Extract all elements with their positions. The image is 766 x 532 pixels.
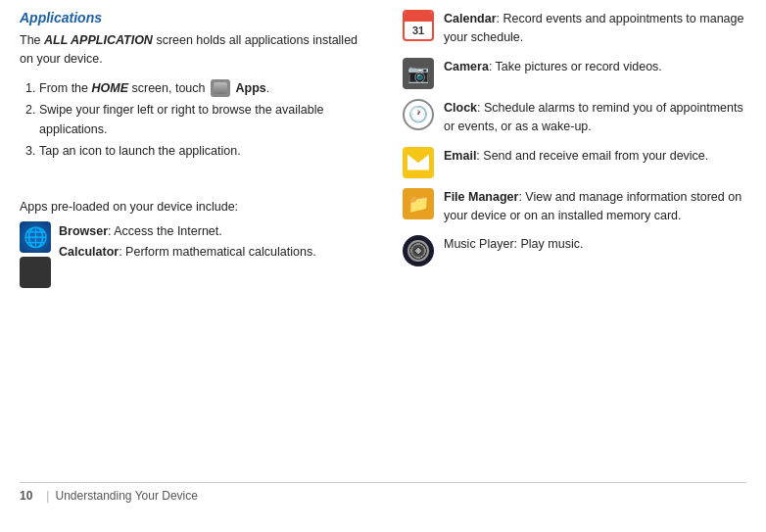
clock-row: 🕐 Clock: Schedule alarms to remind you o… xyxy=(403,99,746,137)
right-column: 31 Calendar: Record events and appointme… xyxy=(393,10,746,482)
footer-separator: | xyxy=(46,489,49,503)
browser-icon xyxy=(20,221,51,253)
intro-text: The ALL APPLICATION screen holds all app… xyxy=(20,31,363,69)
browser-name: Browser xyxy=(59,224,108,238)
all-applications-italic: ALL APPLICATION xyxy=(44,33,153,47)
step-2: Swipe your finger left or right to brows… xyxy=(39,100,363,139)
home-icon xyxy=(211,79,230,97)
clock-text: Clock: Schedule alarms to remind you of … xyxy=(444,99,746,137)
clock-icon: 🕐 xyxy=(403,99,434,130)
email-row: Email: Send and receive email from your … xyxy=(403,147,746,178)
left-icons xyxy=(20,221,51,288)
email-icon xyxy=(403,147,434,178)
calculator-name: Calculator xyxy=(59,245,119,259)
calculator-icon xyxy=(20,257,51,288)
footer-label: Understanding Your Device xyxy=(55,489,197,503)
left-app-texts: Browser: Access the Internet. Calculator… xyxy=(59,221,316,264)
steps-list: From the HOME screen, touch Apps. Swipe … xyxy=(20,78,363,161)
filemanager-row: 📁 File Manager: View and manage informat… xyxy=(403,188,746,226)
camera-row: 📷 Camera: Take pictures or record videos… xyxy=(403,58,746,89)
calendar-name: Calendar xyxy=(444,12,497,25)
left-app-group: Browser: Access the Internet. Calculator… xyxy=(20,221,363,288)
step-1: From the HOME screen, touch Apps. xyxy=(39,78,363,98)
music-row: Music Player: Play music. xyxy=(403,235,746,266)
calendar-text: Calendar: Record events and appointments… xyxy=(444,10,746,48)
camera-text: Camera: Take pictures or record videos. xyxy=(444,58,746,76)
email-text: Email: Send and receive email from your … xyxy=(444,147,746,166)
footer: 10 | Understanding Your Device xyxy=(20,482,746,503)
calculator-text: Calculator: Perform mathematical calcula… xyxy=(59,242,316,263)
home-italic: HOME xyxy=(92,81,129,95)
step-3: Tap an icon to launch the application. xyxy=(39,141,363,161)
clock-name: Clock xyxy=(444,101,477,115)
music-icon xyxy=(403,235,434,266)
page: Applications The ALL APPLICATION screen … xyxy=(0,0,766,532)
apps-label: Apps xyxy=(235,81,265,95)
filemanager-icon: 📁 xyxy=(403,188,434,219)
music-disc xyxy=(407,240,429,262)
browser-text: Browser: Access the Internet. xyxy=(59,221,316,242)
camera-name: Camera xyxy=(444,60,489,73)
camera-icon: 📷 xyxy=(403,58,434,89)
left-column: Applications The ALL APPLICATION screen … xyxy=(20,10,373,482)
cal-body: 31 xyxy=(405,22,432,39)
filemanager-name: File Manager xyxy=(444,190,518,204)
music-text: Music Player: Play music. xyxy=(444,235,746,254)
footer-page-number: 10 xyxy=(20,489,32,503)
calendar-icon: 31 xyxy=(403,10,434,41)
email-shape xyxy=(407,155,429,170)
email-name: Email xyxy=(444,149,476,163)
content-area: Applications The ALL APPLICATION screen … xyxy=(20,10,746,482)
calendar-row: 31 Calendar: Record events and appointme… xyxy=(403,10,746,48)
filemanager-text: File Manager: View and manage informatio… xyxy=(444,188,746,226)
page-title: Applications xyxy=(20,10,363,25)
cal-header xyxy=(405,12,432,22)
preloaded-label: Apps pre-loaded on your device include: xyxy=(20,200,363,214)
